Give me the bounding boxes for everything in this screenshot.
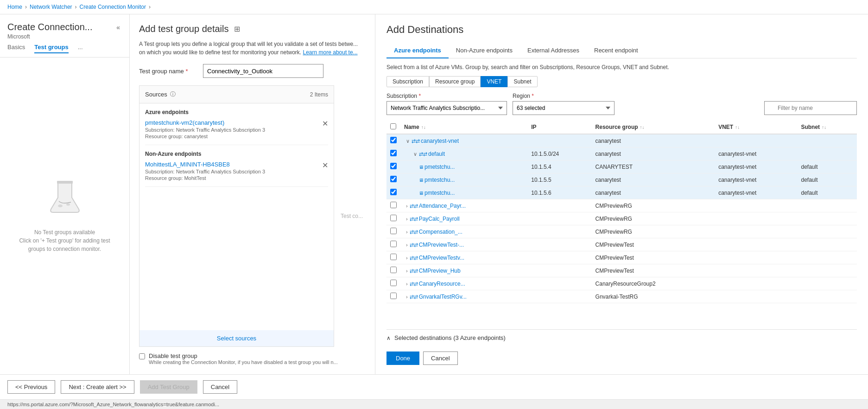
row-ip <box>527 290 591 303</box>
filter-description: Select from a list of Azure VMs. Group b… <box>386 64 857 70</box>
add-test-group-button[interactable]: Add Test Group <box>140 380 197 394</box>
tab-non-azure-endpoints[interactable]: Non-Azure endpoints <box>449 43 520 58</box>
row-checkbox[interactable] <box>390 215 397 221</box>
panel-grid-icon[interactable]: ⊞ <box>234 25 240 33</box>
row-name-link[interactable]: CanaryResource... <box>419 281 465 287</box>
row-checkbox[interactable] <box>390 267 397 273</box>
sidebar-nav-more[interactable]: ... <box>78 44 83 53</box>
row-name-link[interactable]: GnvarkalTestRGv... <box>419 294 467 300</box>
table-row: 🖥pmetstchu...10.1.5.4CANARYTESTcanarytes… <box>386 160 857 173</box>
expand-row-button[interactable]: › <box>404 203 410 209</box>
table-row: ›⇄⇄PayCalc_PayrollCMPreviewRG <box>386 212 857 225</box>
expand-row-button[interactable]: › <box>404 255 410 261</box>
row-subnet: default <box>797 186 857 199</box>
row-name-link[interactable]: CMPreview_Hub <box>419 268 461 274</box>
filter-by-name-input[interactable] <box>764 101 857 115</box>
row-checkbox[interactable] <box>390 150 397 156</box>
test-group-name-input[interactable] <box>203 64 323 78</box>
right-panel-cancel-button[interactable]: Cancel <box>423 351 457 365</box>
previous-button[interactable]: << Previous <box>7 380 55 394</box>
vm-icon: 🖥 <box>419 190 424 196</box>
row-name-link[interactable]: pmtestchu... <box>424 190 455 196</box>
non-azure-endpoint-name[interactable]: MohittestLA_MININT-HB4SBE8 <box>145 161 328 168</box>
row-checkbox[interactable] <box>390 176 397 182</box>
table-row: ›⇄⇄CMPreviewTest-...CMPreviewTest <box>386 238 857 251</box>
bottom-actions: Done Cancel <box>386 346 857 365</box>
expand-row-button[interactable]: › <box>404 268 410 274</box>
row-name-link[interactable]: pmtestchu... <box>424 177 455 183</box>
row-name-link[interactable]: CMPreviewTestv... <box>419 255 464 261</box>
table-row: ›⇄⇄CMPreview_HubCMPreviewTest <box>386 264 857 277</box>
cancel-button[interactable]: Cancel <box>203 380 237 394</box>
subscription-select[interactable]: Network Traffic Analytics Subscriptio... <box>386 101 507 115</box>
tab-recent-endpoint[interactable]: Recent endpoint <box>587 43 646 58</box>
row-checkbox[interactable] <box>390 228 397 234</box>
expand-row-button[interactable]: › <box>404 281 410 287</box>
tab-azure-endpoints[interactable]: Azure endpoints <box>386 43 449 58</box>
disable-test-group-checkbox[interactable] <box>139 353 145 359</box>
row-name-link[interactable]: Attendance_Payr... <box>419 203 466 209</box>
table-row: 🖥pmtestchu...10.1.5.5canarytestcanarytes… <box>386 173 857 186</box>
row-checkbox[interactable] <box>390 137 397 143</box>
next-button[interactable]: Next : Create alert >> <box>61 380 134 394</box>
expand-row-button[interactable]: › <box>404 242 410 248</box>
breadcrumb-network-watcher[interactable]: Network Watcher <box>30 4 72 10</box>
row-name-cell: ›⇄⇄Compensation_... <box>400 225 527 238</box>
filter-btn-subscription[interactable]: Subscription <box>386 76 429 87</box>
svg-rect-1 <box>57 181 73 184</box>
row-checkbox[interactable] <box>390 280 397 286</box>
selected-destinations-bar[interactable]: ∧ Selected destinations (3 Azure endpoin… <box>386 329 857 346</box>
row-checkbox[interactable] <box>390 293 397 299</box>
row-name-link[interactable]: default <box>428 151 445 157</box>
expand-row-button[interactable]: › <box>404 294 410 300</box>
row-ip <box>527 134 591 147</box>
row-checkbox[interactable] <box>390 241 397 247</box>
filter-btn-resource-group[interactable]: Resource group <box>429 76 481 87</box>
sidebar-nav-basics[interactable]: Basics <box>7 44 25 53</box>
row-name-cell: ∨⇄⇄canarytest-vnet <box>400 134 527 147</box>
row-ip <box>527 251 591 264</box>
row-checkbox[interactable] <box>390 189 397 195</box>
expand-row-button[interactable]: › <box>404 216 410 222</box>
row-vnet: canarytest-vnet <box>715 147 797 160</box>
row-name-link[interactable]: CMPreviewTest-... <box>419 242 464 248</box>
row-vnet: canarytest-vnet <box>715 186 797 199</box>
filter-row: Subscription * Network Traffic Analytics… <box>386 93 857 115</box>
row-checkbox[interactable] <box>390 202 397 208</box>
learn-more-link[interactable]: Learn more about te... <box>303 49 358 56</box>
azure-endpoint-subscription: Subscription: Network Traffic Analytics … <box>145 127 328 133</box>
sidebar-collapse-button[interactable]: « <box>114 22 122 33</box>
azure-endpoint-name[interactable]: pmtestchunk-vm2(canarytest) <box>145 119 328 126</box>
non-azure-endpoint-remove-button[interactable]: ✕ <box>322 161 328 170</box>
row-name-cell: ∨⇄⇄default <box>400 147 527 160</box>
expand-row-button[interactable]: ∨ <box>404 138 412 144</box>
row-ip: 10.1.5.0/24 <box>527 147 591 160</box>
row-vnet <box>715 238 797 251</box>
select-all-checkbox[interactable] <box>390 123 396 129</box>
vnet-icon: ⇄⇄ <box>410 281 419 287</box>
select-sources-button[interactable]: Select sources <box>139 330 334 346</box>
filter-btn-vnet[interactable]: VNET <box>481 76 507 87</box>
expand-row-button[interactable]: › <box>404 229 410 235</box>
row-name-link[interactable]: canarytest-vnet <box>421 138 459 144</box>
row-checkbox[interactable] <box>390 163 397 169</box>
tab-external-addresses[interactable]: External Addresses <box>520 43 587 58</box>
azure-endpoint-remove-button[interactable]: ✕ <box>322 119 328 128</box>
region-select[interactable]: 63 selected <box>513 101 615 115</box>
svg-point-3 <box>66 203 70 205</box>
sources-info-icon: ⓘ <box>170 90 176 98</box>
breadcrumb-create-connection-monitor[interactable]: Create Connection Monitor <box>80 4 146 10</box>
row-checkbox[interactable] <box>390 254 397 260</box>
row-name-link[interactable]: Compensation_... <box>419 229 463 235</box>
row-name-link[interactable]: PayCalc_Payroll <box>419 216 460 222</box>
breadcrumb-home[interactable]: Home <box>7 4 22 10</box>
sidebar-nav-test-groups[interactable]: Test groups <box>34 44 68 53</box>
done-button[interactable]: Done <box>386 351 419 365</box>
row-resource-group: CMPreviewTest <box>592 264 715 277</box>
table-row: ›⇄⇄Attendance_Payr...CMPreviewRG <box>386 199 857 212</box>
filter-btn-subnet[interactable]: Subnet <box>507 76 537 87</box>
row-name-link[interactable]: pmetstchu... <box>424 164 455 170</box>
expand-row-button[interactable]: ∨ <box>412 151 419 157</box>
row-resource-group: Gnvarkal-TestRG <box>592 290 715 303</box>
sidebar-subtitle: Microsoft <box>7 33 92 40</box>
